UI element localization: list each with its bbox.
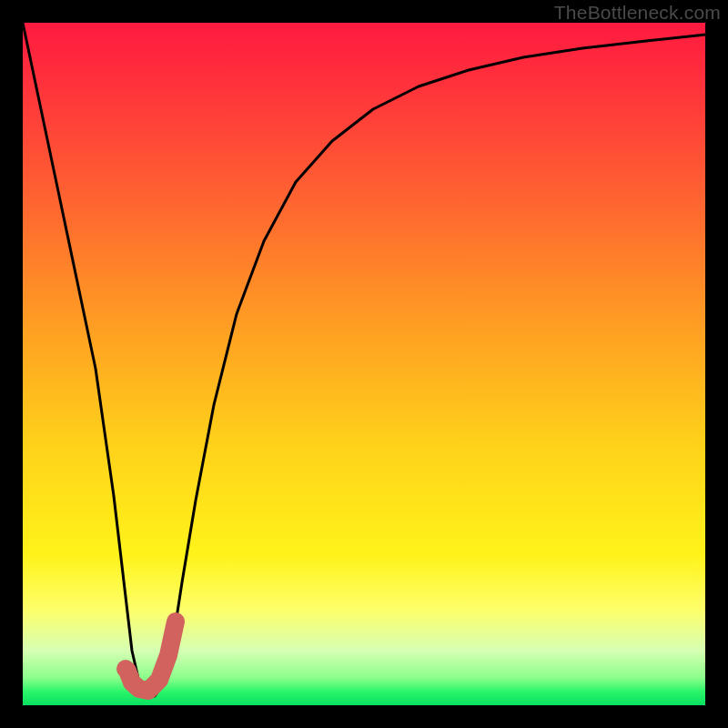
bottleneck-curve: [23, 23, 705, 696]
chart-frame: TheBottleneck.com: [0, 0, 728, 728]
highlight-segment: [127, 622, 176, 691]
highlight-dot: [116, 660, 135, 678]
chart-svg: [23, 23, 705, 705]
attribution-text: TheBottleneck.com: [554, 2, 721, 24]
plot-area: [23, 23, 705, 705]
